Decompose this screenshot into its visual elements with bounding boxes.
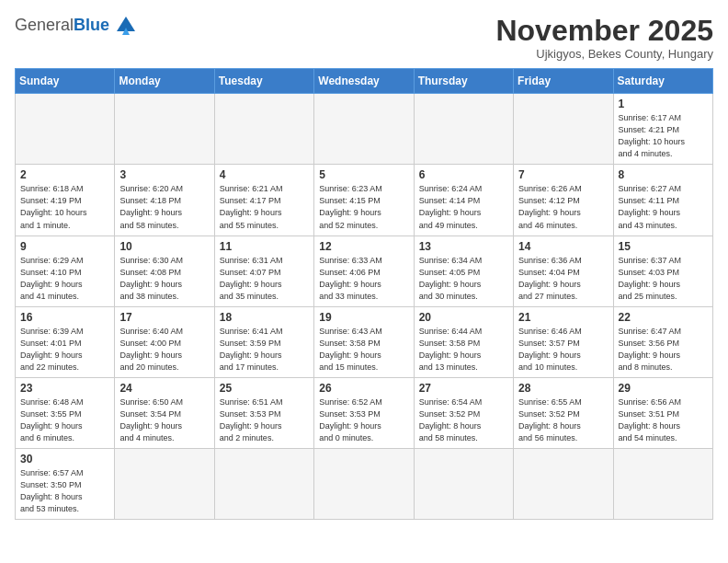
day-number: 5 (319, 168, 408, 181)
month-title: November 2025 (495, 15, 713, 47)
calendar-table: Sunday Monday Tuesday Wednesday Thursday… (15, 68, 713, 520)
calendar-day-cell: 1Sunrise: 6:17 AM Sunset: 4:21 PM Daylig… (613, 94, 712, 165)
day-info: Sunrise: 6:33 AM Sunset: 4:06 PM Dayligh… (319, 255, 408, 303)
calendar-day-cell: 3Sunrise: 6:20 AM Sunset: 4:18 PM Daylig… (115, 165, 214, 236)
calendar-day-cell (314, 449, 414, 520)
calendar-day-cell: 28Sunrise: 6:55 AM Sunset: 3:52 PM Dayli… (514, 377, 613, 448)
day-number: 8 (619, 168, 708, 181)
calendar-day-cell: 5Sunrise: 6:23 AM Sunset: 4:15 PM Daylig… (314, 165, 414, 236)
calendar-day-cell (214, 94, 313, 165)
day-info: Sunrise: 6:54 AM Sunset: 3:52 PM Dayligh… (419, 396, 508, 444)
calendar-week-row: 2Sunrise: 6:18 AM Sunset: 4:19 PM Daylig… (16, 165, 713, 236)
day-info: Sunrise: 6:47 AM Sunset: 3:56 PM Dayligh… (619, 326, 708, 373)
header-thursday: Thursday (414, 69, 513, 94)
calendar-week-row: 16Sunrise: 6:39 AM Sunset: 4:01 PM Dayli… (16, 306, 713, 377)
page-container: General Blue November 2025 Ujkigyos, Bek… (15, 15, 713, 520)
calendar-week-row: 30Sunrise: 6:57 AM Sunset: 3:50 PM Dayli… (16, 449, 713, 520)
calendar-day-cell: 7Sunrise: 6:26 AM Sunset: 4:12 PM Daylig… (514, 165, 613, 236)
day-number: 18 (220, 311, 309, 324)
calendar-day-cell: 11Sunrise: 6:31 AM Sunset: 4:07 PM Dayli… (214, 236, 313, 306)
day-number: 29 (619, 382, 708, 395)
day-number: 7 (518, 168, 608, 181)
day-number: 6 (419, 168, 508, 181)
header-monday: Monday (115, 69, 214, 94)
header-saturday: Saturday (613, 69, 712, 94)
calendar-day-cell (16, 94, 115, 165)
logo-general-text: General (15, 16, 74, 35)
location-subtitle: Ujkigyos, Bekes County, Hungary (495, 47, 713, 61)
calendar-day-cell: 22Sunrise: 6:47 AM Sunset: 3:56 PM Dayli… (613, 306, 712, 377)
day-info: Sunrise: 6:46 AM Sunset: 3:57 PM Dayligh… (518, 326, 608, 373)
calendar-day-cell (414, 94, 513, 165)
header-wednesday: Wednesday (314, 69, 414, 94)
day-number: 11 (220, 240, 309, 253)
calendar-day-cell: 20Sunrise: 6:44 AM Sunset: 3:58 PM Dayli… (414, 306, 513, 377)
calendar-day-cell (314, 94, 414, 165)
logo-blue-text: Blue (74, 16, 109, 35)
calendar-day-cell: 23Sunrise: 6:48 AM Sunset: 3:55 PM Dayli… (16, 377, 115, 448)
calendar-day-cell: 6Sunrise: 6:24 AM Sunset: 4:14 PM Daylig… (414, 165, 513, 236)
calendar-day-cell: 17Sunrise: 6:40 AM Sunset: 4:00 PM Dayli… (115, 306, 214, 377)
day-info: Sunrise: 6:18 AM Sunset: 4:19 PM Dayligh… (20, 183, 109, 231)
calendar-day-cell: 19Sunrise: 6:43 AM Sunset: 3:58 PM Dayli… (314, 306, 414, 377)
calendar-day-cell: 21Sunrise: 6:46 AM Sunset: 3:57 PM Dayli… (514, 306, 613, 377)
day-number: 12 (319, 240, 408, 253)
calendar-day-cell: 18Sunrise: 6:41 AM Sunset: 3:59 PM Dayli… (214, 306, 313, 377)
header-sunday: Sunday (16, 69, 115, 94)
header-friday: Friday (514, 69, 613, 94)
header-row: Sunday Monday Tuesday Wednesday Thursday… (16, 69, 713, 94)
title-area: November 2025 Ujkigyos, Bekes County, Hu… (495, 15, 713, 61)
day-number: 2 (20, 168, 109, 181)
day-number: 23 (20, 382, 109, 395)
day-info: Sunrise: 6:44 AM Sunset: 3:58 PM Dayligh… (419, 326, 508, 373)
calendar-day-cell: 12Sunrise: 6:33 AM Sunset: 4:06 PM Dayli… (314, 236, 414, 306)
day-info: Sunrise: 6:57 AM Sunset: 3:50 PM Dayligh… (20, 467, 109, 515)
calendar-day-cell: 25Sunrise: 6:51 AM Sunset: 3:53 PM Dayli… (214, 377, 313, 448)
day-info: Sunrise: 6:31 AM Sunset: 4:07 PM Dayligh… (220, 255, 309, 303)
header: General Blue November 2025 Ujkigyos, Bek… (15, 15, 713, 61)
day-number: 14 (518, 240, 608, 253)
calendar-day-cell: 16Sunrise: 6:39 AM Sunset: 4:01 PM Dayli… (16, 306, 115, 377)
calendar-day-cell (115, 94, 214, 165)
day-number: 22 (619, 311, 708, 324)
calendar-day-cell (514, 449, 613, 520)
logo: General Blue (15, 15, 139, 35)
day-number: 20 (419, 311, 508, 324)
calendar-day-cell: 10Sunrise: 6:30 AM Sunset: 4:08 PM Dayli… (115, 236, 214, 306)
calendar-day-cell (115, 449, 214, 520)
day-number: 15 (619, 240, 708, 253)
day-info: Sunrise: 6:40 AM Sunset: 4:00 PM Dayligh… (119, 326, 209, 373)
logo-icon (113, 15, 139, 35)
calendar-day-cell: 2Sunrise: 6:18 AM Sunset: 4:19 PM Daylig… (16, 165, 115, 236)
day-info: Sunrise: 6:55 AM Sunset: 3:52 PM Dayligh… (518, 396, 608, 444)
calendar-day-cell (613, 449, 712, 520)
calendar-week-row: 9Sunrise: 6:29 AM Sunset: 4:10 PM Daylig… (16, 236, 713, 306)
day-number: 30 (20, 453, 109, 465)
day-info: Sunrise: 6:26 AM Sunset: 4:12 PM Dayligh… (518, 183, 608, 231)
day-info: Sunrise: 6:39 AM Sunset: 4:01 PM Dayligh… (20, 326, 109, 373)
day-number: 13 (419, 240, 508, 253)
day-info: Sunrise: 6:21 AM Sunset: 4:17 PM Dayligh… (220, 183, 309, 231)
calendar-day-cell: 9Sunrise: 6:29 AM Sunset: 4:10 PM Daylig… (16, 236, 115, 306)
day-info: Sunrise: 6:17 AM Sunset: 4:21 PM Dayligh… (619, 112, 708, 160)
day-info: Sunrise: 6:29 AM Sunset: 4:10 PM Dayligh… (20, 255, 109, 303)
day-number: 25 (220, 382, 309, 395)
day-info: Sunrise: 6:37 AM Sunset: 4:03 PM Dayligh… (619, 255, 708, 303)
day-info: Sunrise: 6:36 AM Sunset: 4:04 PM Dayligh… (518, 255, 608, 303)
calendar-day-cell: 27Sunrise: 6:54 AM Sunset: 3:52 PM Dayli… (414, 377, 513, 448)
day-info: Sunrise: 6:41 AM Sunset: 3:59 PM Dayligh… (220, 326, 309, 373)
calendar-day-cell: 15Sunrise: 6:37 AM Sunset: 4:03 PM Dayli… (613, 236, 712, 306)
calendar-day-cell (414, 449, 513, 520)
day-info: Sunrise: 6:43 AM Sunset: 3:58 PM Dayligh… (319, 326, 408, 373)
day-info: Sunrise: 6:52 AM Sunset: 3:53 PM Dayligh… (319, 396, 408, 444)
calendar-day-cell: 4Sunrise: 6:21 AM Sunset: 4:17 PM Daylig… (214, 165, 313, 236)
day-info: Sunrise: 6:23 AM Sunset: 4:15 PM Dayligh… (319, 183, 408, 231)
day-number: 4 (220, 168, 309, 181)
day-info: Sunrise: 6:34 AM Sunset: 4:05 PM Dayligh… (419, 255, 508, 303)
day-number: 16 (20, 311, 109, 324)
calendar-day-cell: 26Sunrise: 6:52 AM Sunset: 3:53 PM Dayli… (314, 377, 414, 448)
day-info: Sunrise: 6:30 AM Sunset: 4:08 PM Dayligh… (119, 255, 209, 303)
day-number: 19 (319, 311, 408, 324)
calendar-day-cell: 14Sunrise: 6:36 AM Sunset: 4:04 PM Dayli… (514, 236, 613, 306)
day-number: 17 (119, 311, 209, 324)
